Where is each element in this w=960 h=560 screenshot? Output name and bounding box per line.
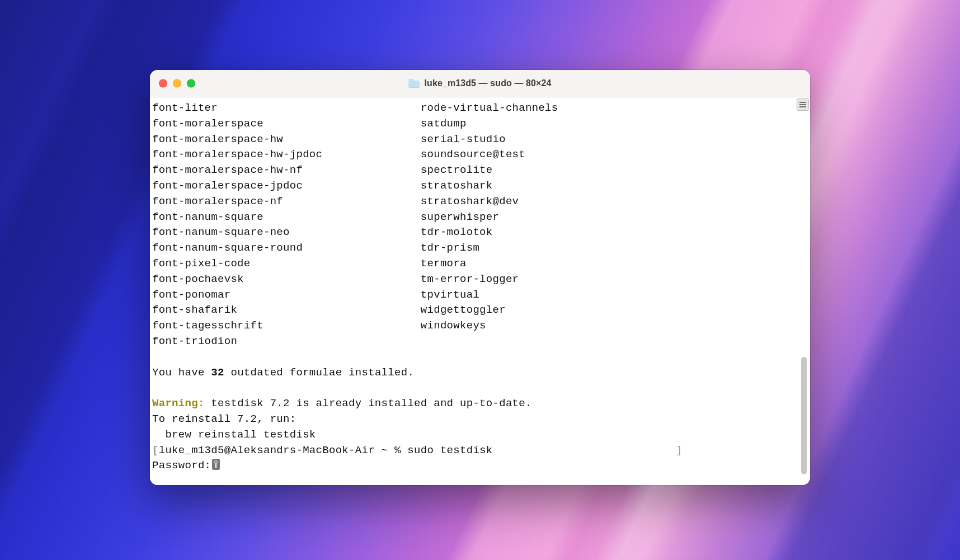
window-title-text: luke_m13d5 — sudo — 80×24: [424, 78, 551, 88]
outdated-count: 32: [211, 366, 224, 379]
prompt-line: [luke_m13d5@Aleksandrs-MacBook-Air ~ % s…: [152, 443, 794, 459]
terminal-line: font-pixel-code termora: [152, 256, 794, 272]
terminal-window: luke_m13d5 — sudo — 80×24 font-liter rod…: [150, 70, 810, 485]
terminal-line: font-moralerspace-hw serial-studio: [152, 132, 794, 148]
terminal-viewport[interactable]: font-liter rode-virtual-channelsfont-mor…: [150, 97, 810, 485]
close-window-button[interactable]: [159, 79, 167, 88]
scrollbar-options-button[interactable]: [797, 98, 809, 111]
prompt-open-bracket: [: [152, 444, 159, 457]
terminal-line: [152, 350, 794, 365]
terminal-line: font-tagesschrift windowkeys: [152, 318, 794, 334]
warning-line: Warning: testdisk 7.2 is already install…: [152, 396, 794, 412]
reinstall-line-1: To reinstall 7.2, run:: [152, 412, 794, 427]
hamburger-icon: [799, 102, 806, 107]
terminal-line: font-triodion: [152, 334, 794, 350]
window-titlebar[interactable]: luke_m13d5 — sudo — 80×24: [150, 70, 810, 97]
terminal-line: font-moralerspace satdump: [152, 116, 794, 132]
terminal-line: font-moralerspace-jpdoc stratoshark: [152, 178, 794, 194]
terminal-line: font-pochaevsk tm-error-logger: [152, 272, 794, 288]
zoom-window-button[interactable]: [187, 79, 195, 88]
terminal-line: [152, 380, 794, 396]
key-icon: [212, 459, 220, 470]
desktop-wallpaper: luke_m13d5 — sudo — 80×24 font-liter rod…: [0, 0, 960, 560]
terminal-line: font-moralerspace-nf stratoshark@dev: [152, 194, 794, 210]
terminal-line: font-nanum-square superwhisper: [152, 210, 794, 225]
terminal-line: font-nanum-square-neo tdr-molotok: [152, 225, 794, 241]
traffic-lights: [159, 79, 195, 88]
reinstall-line-2: brew reinstall testdisk: [152, 427, 794, 443]
terminal-line: font-moralerspace-hw-jpdoc soundsource@t…: [152, 147, 794, 163]
terminal-line: font-shafarik widgettoggler: [152, 303, 794, 318]
scrollbar-thumb[interactable]: [801, 357, 807, 474]
terminal-line: font-nanum-square-round tdr-prism: [152, 241, 794, 256]
terminal-line: font-liter rode-virtual-channels: [152, 101, 794, 116]
terminal-line: font-moralerspace-hw-nf spectrolite: [152, 163, 794, 178]
warning-label: Warning:: [152, 397, 205, 410]
terminal-line: font-ponomar tpvirtual: [152, 288, 794, 303]
minimize-window-button[interactable]: [173, 79, 181, 88]
folder-icon: [408, 79, 420, 88]
prompt-close-bracket: ]: [676, 444, 683, 457]
password-prompt[interactable]: Password:: [152, 458, 794, 474]
terminal-output: font-liter rode-virtual-channelsfont-mor…: [152, 101, 794, 482]
outdated-formulae-line: You have 32 outdated formulae installed.: [152, 365, 794, 381]
scrollbar[interactable]: [797, 98, 809, 484]
window-title: luke_m13d5 — sudo — 80×24: [408, 78, 551, 88]
